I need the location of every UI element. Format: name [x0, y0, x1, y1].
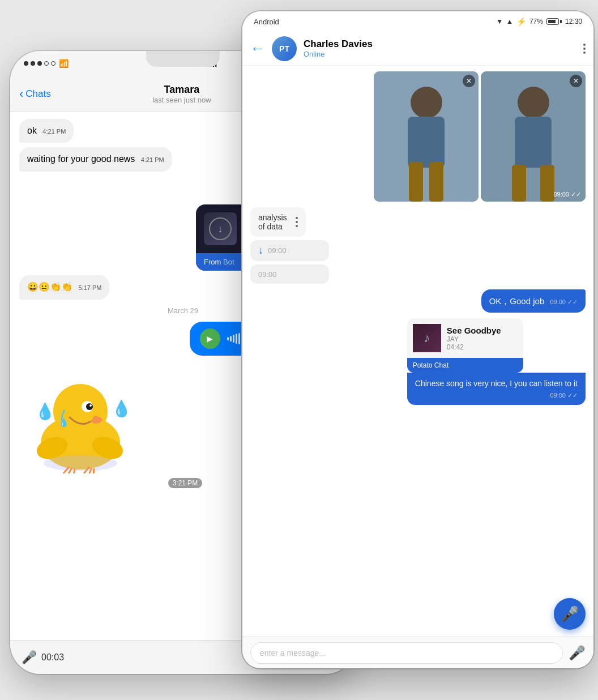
- mic-icon: 🎤: [22, 650, 37, 665]
- back-button[interactable]: ‹ Chats: [19, 87, 51, 101]
- android-message-row: analysis of data ↓ 09:00 09:00: [250, 207, 586, 284]
- input-placeholder: enter a message...: [260, 648, 326, 658]
- bluetooth-icon: ⚡: [516, 17, 526, 26]
- back-arrow-icon: ‹: [19, 87, 23, 101]
- android-music-title: See Goodbye: [447, 326, 518, 335]
- caption-time: 09:00 ✓✓: [415, 392, 578, 399]
- android-back-button[interactable]: ←: [250, 40, 265, 57]
- android-music-content: ♪ See Goodbye JAY 04:42: [407, 318, 523, 358]
- waveform-bar: [227, 337, 229, 340]
- svg-point-18: [518, 87, 549, 118]
- android-bottom-bar: enter a message... 🎤: [242, 637, 593, 668]
- plain-received-bubble: 09:00: [250, 264, 329, 284]
- battery-pct: 77%: [529, 18, 543, 25]
- signal-dot-3: [37, 61, 42, 66]
- svg-rect-20: [512, 165, 526, 202]
- sticker-time: 3:21 PM: [168, 478, 203, 488]
- message-text: waiting for your good news: [27, 154, 135, 164]
- battery-icon: [546, 18, 562, 25]
- message-time: 4:21 PM: [141, 156, 164, 163]
- android-music-footer: Potato Chat: [407, 358, 523, 373]
- message-bubble: 😀😐👏👏 5:17 PM: [19, 275, 109, 299]
- music-from: From Bot: [204, 258, 234, 266]
- wifi-icon: ▼: [496, 18, 503, 25]
- android-phone: Android ▼ ▲ ⚡ 77% 12:30 ← PT Charles Dav…: [242, 11, 593, 668]
- message-text: ok: [27, 126, 37, 135]
- music-note-icon: ♪: [424, 331, 430, 345]
- message-text: 😀😐👏👏: [27, 282, 72, 292]
- svg-text:💧: 💧: [112, 399, 131, 418]
- dot: [583, 52, 586, 54]
- status-time: 12:30: [565, 18, 582, 25]
- download-arrow-icon: ↓: [258, 245, 263, 257]
- contact-name: Charles Davies: [304, 39, 576, 50]
- waveform-bar: [236, 334, 237, 344]
- android-mic-button[interactable]: 🎤: [569, 645, 586, 661]
- svg-point-8: [89, 404, 92, 407]
- dot: [583, 44, 586, 46]
- svg-rect-19: [515, 117, 552, 168]
- bubble-menu[interactable]: [296, 217, 298, 227]
- dot: [296, 217, 298, 219]
- chat-image-2: ✕ 09:00 ✓✓: [481, 71, 586, 202]
- android-status-bar: Android ▼ ▲ ⚡ 77% 12:30: [242, 11, 593, 32]
- ios-status-left: 📶: [24, 59, 69, 68]
- ios-status-time: 1:20 PM: [185, 59, 217, 69]
- android-music-bubble: ♪ See Goodbye JAY 04:42 Potato Chat: [407, 318, 523, 373]
- more-options-button[interactable]: [583, 44, 586, 54]
- sent-bubble: OK，Good job 09:00 ✓✓: [481, 289, 586, 313]
- chat-title: Tamara: [152, 84, 211, 96]
- received-group: analysis of data ↓ 09:00 09:00: [250, 207, 329, 284]
- chat-image-svg-2: [481, 71, 586, 202]
- message-input[interactable]: enter a message...: [250, 642, 563, 664]
- mic-icon: 🎤: [561, 605, 579, 623]
- signal-dot-4: [44, 61, 49, 66]
- android-message-row: OK，Good job 09:00 ✓✓: [250, 289, 586, 313]
- duck-sticker: 💧 💧 💧: [24, 360, 137, 473]
- download-file-bubble: ↓ 09:00: [250, 240, 329, 261]
- message-bubble: ok 4:21 PM: [19, 119, 74, 143]
- dot: [583, 48, 586, 50]
- plain-time: 09:00: [258, 270, 277, 279]
- svg-rect-16: [429, 162, 443, 202]
- music-thumbnail: ↓: [204, 212, 237, 245]
- record-duration: 00:03: [41, 652, 64, 663]
- android-music-artist: JAY: [447, 335, 518, 343]
- signal-dots: [24, 61, 55, 66]
- message-time: 09:00 ✓✓: [550, 298, 578, 305]
- sticker-container: 💧 💧 💧: [24, 360, 137, 476]
- android-nav-bar: ← PT Charles Davies Online: [242, 32, 593, 66]
- image-close-button[interactable]: ✕: [570, 75, 582, 87]
- battery-tip: [560, 20, 562, 23]
- contact-status: Online: [304, 50, 576, 58]
- android-chat-area[interactable]: ✕ ✕ 09:00 ✓✓ analysis of data: [242, 66, 593, 637]
- download-time: 09:00: [268, 246, 287, 255]
- waveform-bar: [233, 335, 234, 343]
- svg-rect-14: [408, 117, 445, 168]
- dot: [296, 225, 298, 227]
- signal-dot-1: [24, 61, 28, 66]
- dot: [296, 221, 298, 223]
- image-close-button[interactable]: ✕: [463, 75, 475, 87]
- android-music-caption: Chinese song is very nice, I you can lis…: [407, 373, 586, 405]
- waveform-bar: [230, 336, 232, 342]
- signal-dot-2: [31, 61, 35, 66]
- download-text: analysis of data: [258, 213, 290, 231]
- play-button[interactable]: ▶: [200, 328, 220, 349]
- battery-body: [546, 18, 559, 25]
- avatar-initials: PT: [279, 44, 289, 53]
- mic-fab-button[interactable]: 🎤: [554, 598, 586, 630]
- chat-image-1: ✕: [374, 71, 479, 202]
- download-bubble: analysis of data: [250, 207, 306, 237]
- message-bubble: waiting for your good news 4:21 PM: [19, 147, 172, 171]
- carrier-label: Android: [254, 18, 279, 26]
- svg-text:💧: 💧: [35, 402, 55, 421]
- svg-point-13: [411, 87, 442, 118]
- record-indicator: 🎤 00:03: [22, 650, 64, 665]
- caption-text: Chinese song is very nice, I you can lis…: [415, 378, 578, 390]
- download-content: analysis of data: [258, 213, 290, 231]
- message-time: 4:21 PM: [42, 128, 66, 135]
- signal-dot-5: [51, 61, 55, 66]
- image-time: 09:00 ✓✓: [553, 191, 581, 198]
- back-label: Chats: [25, 88, 50, 100]
